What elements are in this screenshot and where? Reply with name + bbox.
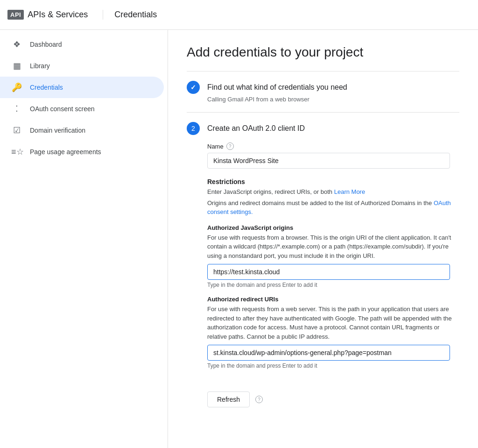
sidebar-label-oauth-consent: OAuth consent screen <box>30 105 95 113</box>
sidebar-item-library[interactable]: ▦ Library <box>0 55 164 77</box>
auth-redirect-desc: For use with requests from a web server.… <box>207 305 459 341</box>
refresh-help-icon[interactable]: ? <box>255 396 263 403</box>
step-1-title: Find out what kind of credentials you ne… <box>207 83 347 92</box>
sidebar-label-library: Library <box>30 62 50 70</box>
auth-redirect-title: Authorized redirect URIs <box>207 296 459 303</box>
step-1-header: Find out what kind of credentials you ne… <box>187 81 459 94</box>
auth-js-hint: Type in the domain and press Enter to ad… <box>207 282 459 288</box>
auth-js-desc: For use with requests from a browser. Th… <box>207 233 459 261</box>
oauth-icon: ⁚ <box>11 104 22 114</box>
name-help-icon[interactable]: ? <box>226 142 234 150</box>
auth-js-title: Authorized JavaScript origins <box>207 224 459 231</box>
restrictions-desc2: Origins and redirect domains must be add… <box>207 199 459 217</box>
step-2-header: 2 Create an OAuth 2.0 client ID <box>187 122 459 135</box>
refresh-button[interactable]: Refresh <box>207 391 250 407</box>
sidebar: ❖ Dashboard ▦ Library 🔑 Credentials ⁚ OA… <box>0 30 168 448</box>
library-icon: ▦ <box>11 61 22 71</box>
step-2-title: Create an OAuth 2.0 client ID <box>207 124 305 133</box>
auth-redirect-input[interactable] <box>207 345 450 361</box>
step-2-number: 2 <box>187 122 200 135</box>
step-2: 2 Create an OAuth 2.0 client ID Name ? R… <box>187 112 459 417</box>
sidebar-label-dashboard: Dashboard <box>30 41 62 48</box>
api-badge: API <box>7 10 24 20</box>
auth-js-input[interactable] <box>207 264 450 280</box>
credentials-icon: 🔑 <box>11 82 22 92</box>
sidebar-item-domain-verification[interactable]: ☑ Domain verification <box>0 120 164 141</box>
domain-icon: ☑ <box>11 125 22 135</box>
main-layout: ❖ Dashboard ▦ Library 🔑 Credentials ⁚ OA… <box>0 30 478 448</box>
step-1: Find out what kind of credentials you ne… <box>187 71 459 112</box>
restrictions-title: Restrictions <box>207 178 459 185</box>
name-input[interactable] <box>207 153 450 169</box>
sidebar-item-oauth-consent[interactable]: ⁚ OAuth consent screen <box>0 98 164 120</box>
page-usage-icon: ≡☆ <box>11 147 22 157</box>
dashboard-icon: ❖ <box>11 39 22 50</box>
main-content: Add credentials to your project Find out… <box>168 30 478 448</box>
restrictions-desc1: Enter JavaScript origins, redirect URIs,… <box>207 187 459 197</box>
api-logo: API APIs & Services <box>7 10 88 20</box>
name-label: Name ? <box>207 142 459 150</box>
sidebar-item-dashboard[interactable]: ❖ Dashboard <box>0 34 164 55</box>
app-name: APIs & Services <box>28 10 88 20</box>
sidebar-label-page-usage: Page usage agreements <box>30 148 101 156</box>
sidebar-item-page-usage[interactable]: ≡☆ Page usage agreements <box>0 141 164 163</box>
header-page-title: Credentials <box>103 10 157 20</box>
step-2-form: Name ? Restrictions Enter JavaScript ori… <box>207 142 459 407</box>
step-1-subtitle: Calling Gmail API from a web browser <box>207 96 459 103</box>
action-row: Refresh ? <box>207 384 459 407</box>
top-header: API APIs & Services Credentials <box>0 0 478 30</box>
step-1-check <box>187 81 200 94</box>
learn-more-link[interactable]: Learn More <box>334 188 365 195</box>
sidebar-label-domain-verification: Domain verification <box>30 127 85 134</box>
sidebar-item-credentials[interactable]: 🔑 Credentials <box>0 77 164 98</box>
page-title: Add credentials to your project <box>187 45 459 60</box>
auth-redirect-hint: Type in the domain and press Enter to ad… <box>207 363 459 369</box>
sidebar-label-credentials: Credentials <box>30 84 63 91</box>
